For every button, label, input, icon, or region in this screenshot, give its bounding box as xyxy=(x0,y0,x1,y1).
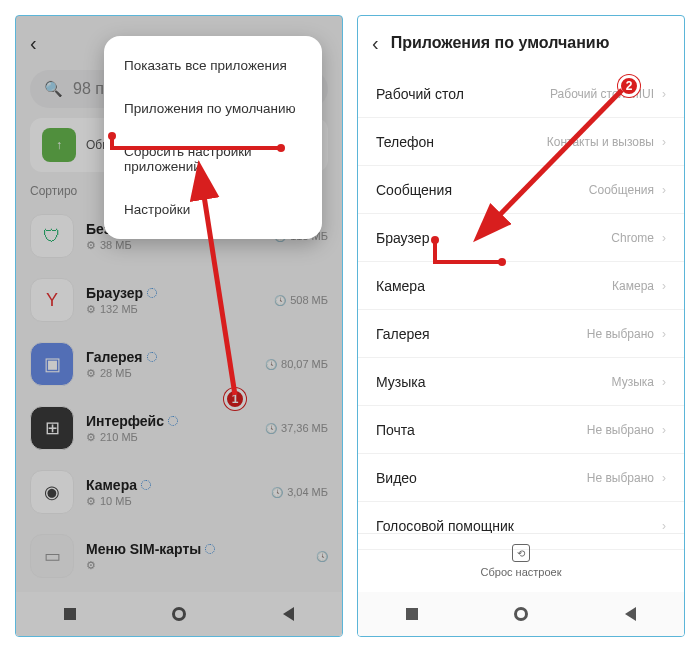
default-app-value: Не выбрано xyxy=(587,327,654,341)
chevron-right-icon: › xyxy=(662,87,666,101)
default-app-label: Голосовой помощник xyxy=(376,518,514,534)
default-app-label: Видео xyxy=(376,470,417,486)
default-app-row[interactable]: Браузер Chrome › xyxy=(358,214,684,262)
default-app-row[interactable]: Почта Не выбрано › xyxy=(358,406,684,454)
default-app-label: Сообщения xyxy=(376,182,452,198)
default-app-value: Контакты и вызовы xyxy=(547,135,654,149)
default-app-row[interactable]: Камера Камера › xyxy=(358,262,684,310)
default-app-label: Камера xyxy=(376,278,425,294)
nav-recents-icon[interactable] xyxy=(406,608,418,620)
default-app-row[interactable]: Видео Не выбрано › xyxy=(358,454,684,502)
header-right: ‹ Приложения по умолчанию xyxy=(358,16,684,70)
default-apps-list: Рабочий стол Рабочий стол MIUI › Телефон… xyxy=(358,70,684,550)
default-app-value: Камера xyxy=(612,279,654,293)
chevron-right-icon: › xyxy=(662,375,666,389)
default-app-label: Почта xyxy=(376,422,415,438)
default-app-value: Сообщения xyxy=(589,183,654,197)
default-app-row[interactable]: Музыка Музыка › xyxy=(358,358,684,406)
default-app-value: Chrome xyxy=(611,231,654,245)
default-app-row[interactable]: Галерея Не выбрано › xyxy=(358,310,684,358)
default-app-label: Телефон xyxy=(376,134,434,150)
chevron-right-icon: › xyxy=(662,231,666,245)
default-app-value: Не выбрано xyxy=(587,423,654,437)
back-icon[interactable]: ‹ xyxy=(372,32,379,55)
menu-show-all[interactable]: Показать все приложения xyxy=(104,44,322,87)
reset-button[interactable]: ⟲ Сброс настроек xyxy=(358,533,684,588)
default-app-label: Галерея xyxy=(376,326,430,342)
page-title: Приложения по умолчанию xyxy=(391,34,610,52)
menu-settings[interactable]: Настройки xyxy=(104,188,322,231)
default-app-row[interactable]: Сообщения Сообщения › xyxy=(358,166,684,214)
default-app-value: Не выбрано xyxy=(587,471,654,485)
annotation-marker-2: 2 xyxy=(618,75,640,97)
default-app-label: Рабочий стол xyxy=(376,86,464,102)
menu-reset-prefs[interactable]: Сбросить настройки приложений xyxy=(104,130,322,188)
nav-back-icon[interactable] xyxy=(625,607,636,621)
default-app-label: Музыка xyxy=(376,374,426,390)
chevron-right-icon: › xyxy=(662,183,666,197)
chevron-right-icon: › xyxy=(662,279,666,293)
chevron-right-icon: › xyxy=(662,135,666,149)
default-app-row[interactable]: Телефон Контакты и вызовы › xyxy=(358,118,684,166)
chevron-right-icon: › xyxy=(662,327,666,341)
default-app-value: Музыка xyxy=(612,375,654,389)
chevron-right-icon: › xyxy=(662,471,666,485)
menu-default-apps[interactable]: Приложения по умолчанию xyxy=(104,87,322,130)
phone-left: ‹ 🔍 98 п ↑ Обновле Сортиро 🛡 Безопасност… xyxy=(15,15,343,637)
overflow-menu: Показать все приложения Приложения по ум… xyxy=(104,36,322,239)
navbar xyxy=(358,592,684,636)
reset-icon: ⟲ xyxy=(512,544,530,562)
reset-label: Сброс настроек xyxy=(481,566,562,578)
chevron-right-icon: › xyxy=(662,519,666,533)
chevron-right-icon: › xyxy=(662,423,666,437)
nav-home-icon[interactable] xyxy=(514,607,528,621)
default-app-label: Браузер xyxy=(376,230,429,246)
phone-right: ‹ Приложения по умолчанию Рабочий стол Р… xyxy=(357,15,685,637)
